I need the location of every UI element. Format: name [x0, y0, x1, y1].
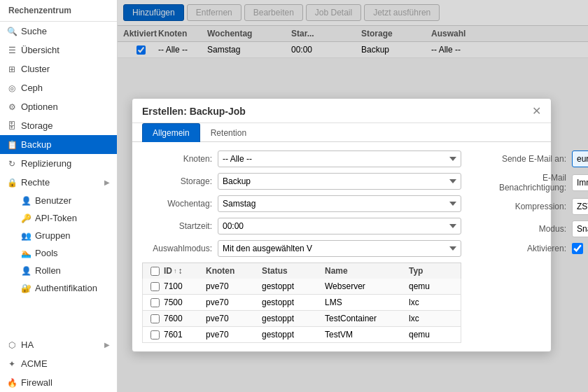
wochentag-select[interactable]: Samstag [218, 195, 461, 212]
sidebar-item-optionen[interactable]: ⚙ Optionen [0, 97, 117, 116]
sidebar-item-pools[interactable]: 🏊 Pools [14, 244, 117, 262]
inner-col-knoten: Knoten [206, 266, 262, 276]
inner-table-row[interactable]: 7500 pve70 gestoppt LMS lxc [142, 295, 461, 311]
sidebar-item-cluster[interactable]: ⊞ Cluster [0, 59, 117, 78]
storage-icon: 🗄 [7, 121, 17, 131]
vm-name: LMS [325, 298, 409, 307]
vm-id: 7100 [164, 281, 206, 291]
row-check-7100[interactable] [150, 282, 160, 291]
sidebar-item-rechte[interactable]: 🔒 Rechte ▶ [0, 173, 117, 192]
benachrichtigung-select[interactable]: Immer [572, 174, 588, 191]
aktivieren-label: Aktivieren: [475, 244, 566, 253]
user-icon: 👤 [21, 196, 31, 206]
modus-row: Modus: Snapshot [475, 220, 588, 237]
row-check-7500[interactable] [150, 298, 160, 307]
tab-allgemein[interactable]: Allgemein [142, 123, 200, 142]
inner-table-row[interactable]: 7601 pve70 gestoppt TestVM qemu [142, 327, 461, 343]
sidebar-item-label: Authentifikation [35, 283, 97, 293]
sidebar-item-backup[interactable]: 📋 Backup [0, 135, 117, 154]
inner-table-row[interactable]: 7100 pve70 gestoppt Webserver qemu [142, 279, 461, 295]
roles-icon: 👤 [21, 266, 31, 276]
key-icon: 🔑 [21, 214, 31, 223]
sidebar-item-label: Backup [21, 139, 51, 150]
storage-select[interactable]: Backup [218, 173, 461, 190]
sidebar-item-rollen[interactable]: 👤 Rollen [14, 262, 117, 279]
vm-id: 7601 [164, 330, 206, 340]
row-check-7601[interactable] [150, 330, 160, 340]
sidebar: Rechenzentrum 🔍 Suche ☰ Übersicht ⊞ Clus… [0, 0, 118, 392]
auth-icon: 🔐 [21, 284, 31, 293]
auswahlmodus-label: Auswahlmodus: [142, 244, 212, 253]
sidebar-item-firewall[interactable]: 🔥 Firewall [0, 373, 117, 392]
vm-status: gestoppt [262, 314, 325, 323]
sidebar-item-ha[interactable]: ⬡ HA ▶ [0, 335, 117, 354]
sidebar-item-label: Storage [21, 120, 53, 131]
sidebar-item-label: Pools [35, 248, 58, 258]
inner-col-name: Name [325, 266, 409, 276]
modus-label: Modus: [475, 224, 566, 234]
benachrichtigung-label: E-Mail Benachrichtigung: [475, 173, 566, 192]
dialog-header: Erstellen: Backup-Job ✕ [132, 99, 551, 123]
sidebar-item-benutzer[interactable]: 👤 Benutzer [14, 192, 117, 209]
cursor-icon: ↕ [178, 266, 183, 276]
aktivieren-checkbox[interactable] [572, 243, 583, 254]
sidebar-item-label: Übersicht [21, 45, 59, 55]
sidebar-item-api-token[interactable]: 🔑 API-Token [14, 209, 117, 227]
row-check-7600[interactable] [150, 314, 160, 323]
inner-col-status: Status [262, 266, 325, 276]
auswahlmodus-select[interactable]: Mit den ausgewählten V [218, 240, 461, 257]
wochentag-label: Wochentag: [142, 199, 212, 209]
kompression-label: Kompression: [475, 202, 566, 211]
auswahlmodus-row: Auswahlmodus: Mit den ausgewählten V [142, 240, 461, 257]
storage-row: Storage: Backup [142, 173, 461, 190]
replication-icon: ↻ [7, 159, 17, 169]
email-input[interactable] [572, 150, 588, 167]
backup-job-dialog: Erstellen: Backup-Job ✕ Allgemein Retent… [132, 98, 552, 352]
sidebar-item-uebersicht[interactable]: ☰ Übersicht [0, 41, 117, 59]
sidebar-item-label: Gruppen [35, 230, 71, 241]
kompression-select[interactable]: ZSTD (schnell und gut) [572, 198, 588, 215]
vm-table: ID ↑ ↕ Knoten Status Name Typ 7100 [142, 262, 461, 343]
sidebar-item-acme[interactable]: ✦ ACME [0, 354, 117, 373]
chevron-right-icon: ▶ [104, 341, 110, 349]
knoten-row: Knoten: -- Alle -- [142, 150, 461, 167]
sidebar-item-label: Firewall [21, 377, 52, 388]
overview-icon: ☰ [7, 46, 17, 55]
sidebar-title: Rechenzentrum [0, 0, 117, 22]
tab-retention[interactable]: Retention [200, 123, 257, 142]
vm-knoten: pve70 [206, 330, 262, 340]
modus-select[interactable]: Snapshot [572, 220, 588, 237]
inner-table-header: ID ↑ ↕ Knoten Status Name Typ [142, 262, 461, 279]
sidebar-item-ceph[interactable]: ◎ Ceph [0, 78, 117, 97]
sidebar-item-gruppen[interactable]: 👥 Gruppen [14, 227, 117, 244]
vm-typ: qemu [409, 330, 458, 340]
vm-id: 7600 [164, 314, 206, 323]
aktivieren-row: Aktivieren: [475, 243, 588, 254]
sidebar-item-storage[interactable]: 🗄 Storage [0, 116, 117, 135]
vm-name: Webserver [325, 281, 409, 291]
knoten-select[interactable]: -- Alle -- [218, 150, 461, 167]
select-all-checkbox[interactable] [150, 267, 160, 276]
vm-knoten: pve70 [206, 314, 262, 323]
inner-table-row[interactable]: 7600 pve70 gestoppt TestContainer lxc [142, 311, 461, 327]
startzeit-label: Startzeit: [142, 221, 212, 231]
cluster-icon: ⊞ [7, 64, 17, 74]
vm-name: TestVM [325, 330, 409, 340]
vm-knoten: pve70 [206, 281, 262, 291]
startzeit-row: Startzeit: 00:00 [142, 218, 461, 234]
options-icon: ⚙ [7, 102, 17, 112]
sidebar-item-label: Ceph [21, 83, 43, 93]
sidebar-item-label: Rechte [21, 177, 50, 188]
sidebar-item-label: ACME [21, 358, 48, 369]
sidebar-item-suche[interactable]: 🔍 Suche [0, 22, 117, 41]
lock-icon: 🔒 [7, 178, 17, 188]
sidebar-item-replizierung[interactable]: ↻ Replizierung [0, 154, 117, 173]
startzeit-select[interactable]: 00:00 [218, 218, 461, 234]
sidebar-item-label: API-Token [35, 213, 77, 223]
kompression-row: Kompression: ZSTD (schnell und gut) [475, 198, 588, 215]
firewall-icon: 🔥 [7, 378, 17, 388]
sidebar-item-authentifikation[interactable]: 🔐 Authentifikation [14, 279, 117, 297]
wochentag-row: Wochentag: Samstag [142, 195, 461, 212]
dialog-close-button[interactable]: ✕ [532, 106, 541, 117]
form-left: Knoten: -- Alle -- Storage: Backup Woche… [142, 150, 461, 343]
